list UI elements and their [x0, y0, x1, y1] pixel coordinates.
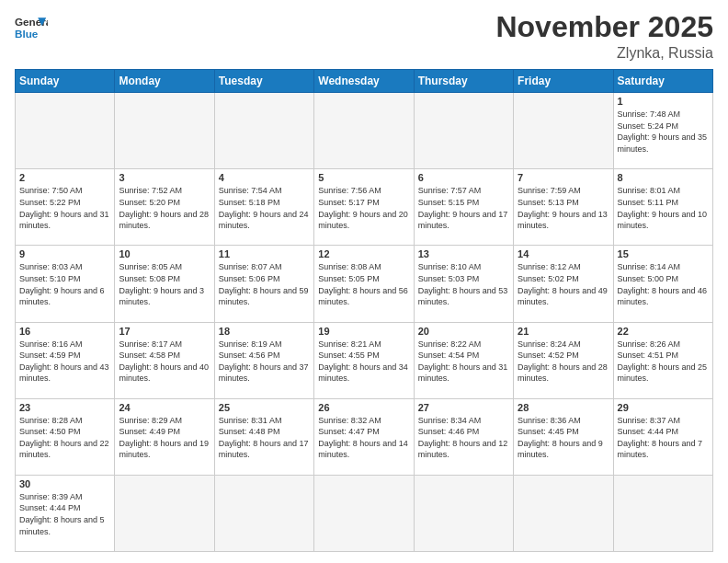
- empty-cell: [115, 93, 214, 169]
- day-24: 24 Sunrise: 8:29 AMSunset: 4:49 PMDaylig…: [115, 398, 214, 475]
- day-27: 27 Sunrise: 8:34 AMSunset: 4:46 PMDaylig…: [414, 398, 513, 475]
- day-22: 22 Sunrise: 8:26 AMSunset: 4:51 PMDaylig…: [613, 322, 712, 398]
- day-18: 18 Sunrise: 8:19 AMSunset: 4:56 PMDaylig…: [214, 322, 313, 398]
- col-wednesday: Wednesday: [314, 70, 414, 93]
- page: General Blue November 2025 Zlynka, Russi…: [0, 0, 728, 563]
- table-row: 1 Sunrise: 7:48 AMSunset: 5:24 PMDayligh…: [16, 93, 713, 169]
- table-row: 9 Sunrise: 8:03 AMSunset: 5:10 PMDayligh…: [16, 246, 713, 322]
- day-7: 7 Sunrise: 7:59 AMSunset: 5:13 PMDayligh…: [514, 169, 613, 246]
- empty-cell: [16, 93, 115, 169]
- day-1: 1 Sunrise: 7:48 AMSunset: 5:24 PMDayligh…: [613, 93, 712, 169]
- day-8: 8 Sunrise: 8:01 AMSunset: 5:11 PMDayligh…: [613, 169, 712, 246]
- empty-cell: [115, 475, 214, 551]
- day-20: 20 Sunrise: 8:22 AMSunset: 4:54 PMDaylig…: [414, 322, 513, 398]
- empty-cell: [514, 93, 613, 169]
- day-11: 11 Sunrise: 8:07 AMSunset: 5:06 PMDaylig…: [214, 246, 313, 322]
- day-12: 12 Sunrise: 8:08 AMSunset: 5:05 PMDaylig…: [314, 246, 414, 322]
- table-row: 16 Sunrise: 8:16 AMSunset: 4:59 PMDaylig…: [16, 322, 713, 398]
- day-28: 28 Sunrise: 8:36 AMSunset: 4:45 PMDaylig…: [514, 398, 613, 475]
- empty-cell: [214, 475, 313, 551]
- day-25: 25 Sunrise: 8:31 AMSunset: 4:48 PMDaylig…: [214, 398, 313, 475]
- day-2: 2 Sunrise: 7:50 AMSunset: 5:22 PMDayligh…: [16, 169, 115, 246]
- day-26: 26 Sunrise: 8:32 AMSunset: 4:47 PMDaylig…: [314, 398, 414, 475]
- col-saturday: Saturday: [613, 70, 712, 93]
- day-16: 16 Sunrise: 8:16 AMSunset: 4:59 PMDaylig…: [16, 322, 115, 398]
- col-sunday: Sunday: [16, 70, 115, 93]
- empty-cell: [314, 93, 414, 169]
- location: Zlynka, Russia: [495, 45, 713, 62]
- day-29: 29 Sunrise: 8:37 AMSunset: 4:44 PMDaylig…: [613, 398, 712, 475]
- empty-cell: [514, 475, 613, 551]
- day-14: 14 Sunrise: 8:12 AMSunset: 5:02 PMDaylig…: [514, 246, 613, 322]
- day-19: 19 Sunrise: 8:21 AMSunset: 4:55 PMDaylig…: [314, 322, 414, 398]
- title-block: November 2025 Zlynka, Russia: [495, 11, 713, 62]
- empty-cell: [314, 475, 414, 551]
- logo: General Blue: [15, 11, 48, 44]
- logo-icon: General Blue: [15, 11, 48, 44]
- day-17: 17 Sunrise: 8:17 AMSunset: 4:58 PMDaylig…: [115, 322, 214, 398]
- day-3: 3 Sunrise: 7:52 AMSunset: 5:20 PMDayligh…: [115, 169, 214, 246]
- day-30: 30 Sunrise: 8:39 AMSunset: 4:44 PMDaylig…: [16, 475, 115, 551]
- col-thursday: Thursday: [414, 70, 513, 93]
- table-row: 30 Sunrise: 8:39 AMSunset: 4:44 PMDaylig…: [16, 475, 713, 551]
- day-13: 13 Sunrise: 8:10 AMSunset: 5:03 PMDaylig…: [414, 246, 513, 322]
- month-title: November 2025: [495, 11, 713, 43]
- empty-cell: [214, 93, 313, 169]
- table-row: 2 Sunrise: 7:50 AMSunset: 5:22 PMDayligh…: [16, 169, 713, 246]
- calendar-table: Sunday Monday Tuesday Wednesday Thursday…: [15, 69, 713, 552]
- day-5: 5 Sunrise: 7:56 AMSunset: 5:17 PMDayligh…: [314, 169, 414, 246]
- empty-cell: [613, 475, 712, 551]
- day-10: 10 Sunrise: 8:05 AMSunset: 5:08 PMDaylig…: [115, 246, 214, 322]
- day-6: 6 Sunrise: 7:57 AMSunset: 5:15 PMDayligh…: [414, 169, 513, 246]
- empty-cell: [414, 93, 513, 169]
- col-monday: Monday: [115, 70, 214, 93]
- svg-text:Blue: Blue: [15, 28, 39, 40]
- day-9: 9 Sunrise: 8:03 AMSunset: 5:10 PMDayligh…: [16, 246, 115, 322]
- day-21: 21 Sunrise: 8:24 AMSunset: 4:52 PMDaylig…: [514, 322, 613, 398]
- empty-cell: [414, 475, 513, 551]
- col-tuesday: Tuesday: [214, 70, 313, 93]
- table-row: 23 Sunrise: 8:28 AMSunset: 4:50 PMDaylig…: [16, 398, 713, 475]
- header: General Blue November 2025 Zlynka, Russi…: [15, 11, 713, 62]
- day-4: 4 Sunrise: 7:54 AMSunset: 5:18 PMDayligh…: [214, 169, 313, 246]
- col-friday: Friday: [514, 70, 613, 93]
- day-23: 23 Sunrise: 8:28 AMSunset: 4:50 PMDaylig…: [16, 398, 115, 475]
- day-15: 15 Sunrise: 8:14 AMSunset: 5:00 PMDaylig…: [613, 246, 712, 322]
